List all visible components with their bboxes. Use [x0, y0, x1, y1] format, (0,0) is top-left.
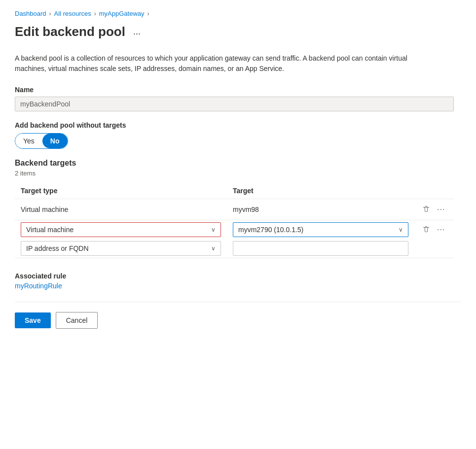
name-label: Name	[15, 86, 461, 94]
toggle-label: Add backend pool without targets	[15, 121, 461, 129]
ellipsis-button[interactable]: ...	[130, 26, 144, 38]
toggle-control[interactable]: Yes No	[15, 133, 68, 149]
page-description: A backend pool is a collection of resour…	[15, 53, 419, 74]
static-row-target: myvm98	[227, 199, 414, 220]
active-row-target-dropdown[interactable]: myvm2790 (10.0.1.5) ∨	[233, 222, 408, 237]
page-title: Edit backend pool	[15, 24, 125, 39]
active-row-target-cell: myvm2790 (10.0.1.5) ∨	[227, 220, 414, 240]
name-input[interactable]	[15, 97, 454, 111]
more-static-row-button[interactable]: ···	[435, 203, 447, 216]
chevron-down-icon: ∨	[399, 226, 403, 233]
page-title-container: Edit backend pool ...	[15, 24, 461, 39]
table-row: Virtual machine myvm98 ···	[15, 199, 454, 220]
delete-active-row-button[interactable]	[420, 224, 432, 236]
table-row: IP address or FQDN ∨	[15, 239, 454, 258]
table-row: Virtual machine ∨ myvm2790 (10.0.1.5) ∨	[15, 220, 454, 240]
toggle-no[interactable]: No	[42, 134, 68, 148]
more-icon: ···	[437, 225, 445, 234]
new-row-type-cell: IP address or FQDN ∨	[15, 239, 227, 258]
toggle-yes[interactable]: Yes	[15, 134, 42, 148]
table-header-row: Target type Target	[15, 183, 454, 199]
active-row-target-value: myvm2790 (10.0.1.5)	[238, 226, 303, 234]
col-header-type: Target type	[15, 183, 227, 199]
more-icon: ···	[437, 205, 445, 214]
action-icons-static: ···	[420, 203, 448, 216]
static-row-actions: ···	[414, 199, 454, 220]
col-header-target: Target	[227, 183, 414, 199]
backend-targets-title: Backend targets	[15, 159, 461, 168]
name-field-section: Name	[15, 86, 461, 111]
breadcrumb-dashboard[interactable]: Dashboard	[15, 10, 46, 17]
new-row-actions	[414, 239, 454, 258]
breadcrumb-sep-1: ›	[49, 10, 51, 17]
items-count: 2 items	[15, 170, 461, 177]
col-header-actions	[414, 183, 454, 199]
targets-table: Target type Target Virtual machine myvm9…	[15, 183, 454, 258]
more-active-row-button[interactable]: ···	[435, 223, 447, 236]
breadcrumb-app-gateway[interactable]: myAppGateway	[99, 10, 145, 17]
breadcrumb-sep-3: ›	[147, 10, 149, 17]
cancel-button[interactable]: Cancel	[56, 312, 98, 329]
chevron-down-icon: ∨	[211, 226, 216, 233]
breadcrumb-all-resources[interactable]: All resources	[54, 10, 91, 17]
new-row-target-cell	[227, 239, 414, 258]
associated-rule-link[interactable]: myRoutingRule	[15, 282, 62, 290]
footer-divider	[15, 302, 461, 302]
new-row-target-input[interactable]	[233, 241, 408, 256]
backend-targets-section: Backend targets 2 items Target type Targ…	[15, 159, 461, 258]
new-row-type-dropdown[interactable]: IP address or FQDN ∨	[21, 241, 221, 256]
footer-actions: Save Cancel	[15, 312, 461, 329]
breadcrumb: Dashboard › All resources › myAppGateway…	[15, 10, 461, 17]
delete-static-row-button[interactable]	[420, 204, 432, 215]
trash-icon	[422, 206, 430, 213]
action-icons-active: ···	[420, 223, 448, 236]
active-row-actions: ···	[414, 220, 454, 240]
new-row-type-value: IP address or FQDN	[26, 244, 89, 252]
associated-rule-label: Associated rule	[15, 272, 461, 280]
breadcrumb-sep-2: ›	[94, 10, 96, 17]
save-button[interactable]: Save	[15, 312, 51, 328]
trash-icon	[422, 226, 430, 234]
toggle-section: Add backend pool without targets Yes No	[15, 121, 461, 149]
associated-rule-section: Associated rule myRoutingRule	[15, 272, 461, 290]
active-row-type-value: Virtual machine	[26, 226, 73, 234]
static-row-type: Virtual machine	[15, 199, 227, 220]
active-row-type-cell: Virtual machine ∨	[15, 220, 227, 240]
active-row-type-dropdown[interactable]: Virtual machine ∨	[21, 222, 221, 237]
chevron-down-icon: ∨	[211, 245, 216, 252]
